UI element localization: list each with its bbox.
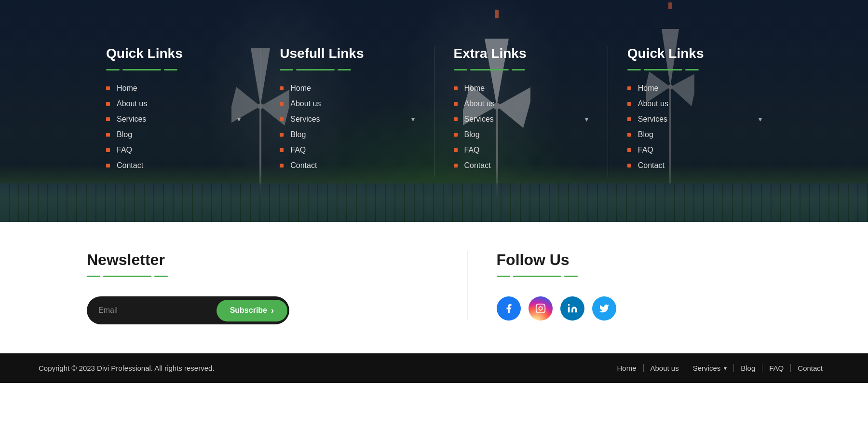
nav-link-home[interactable]: Home — [117, 84, 137, 93]
nav-link-contact[interactable]: Contact — [117, 161, 143, 170]
footer-nav-home[interactable]: Home — [610, 364, 643, 372]
col1-nav-list: Home About us Services ▾ Blog FAQ Contac… — [106, 84, 241, 170]
facebook-icon[interactable] — [497, 296, 521, 321]
list-item: Contact — [280, 161, 414, 170]
nav-link-faq[interactable]: FAQ — [290, 146, 306, 154]
subscribe-button[interactable]: Subscribe › — [217, 300, 287, 321]
footer-nav-about[interactable]: About us — [644, 364, 686, 372]
footer-col-quick-links-1: Quick Links Home About us Services ▾ Blo… — [87, 46, 260, 177]
nav-bullet — [454, 117, 458, 121]
list-item: About us — [106, 99, 241, 108]
nav-link-blog[interactable]: Blog — [117, 130, 132, 139]
list-item: Contact — [106, 161, 241, 170]
divider-short-2 — [685, 69, 699, 70]
nav-bullet — [106, 117, 110, 121]
email-input[interactable] — [87, 306, 215, 315]
col3-title: Extra Links — [454, 46, 588, 61]
list-item: Blog — [454, 130, 588, 139]
subscribe-form: Subscribe › — [87, 296, 289, 324]
nav-link-services[interactable]: Services — [117, 115, 146, 124]
footer-bar: Copyright © 2023 Divi Professional. All … — [0, 353, 868, 383]
list-item: FAQ — [627, 146, 762, 154]
nav-link-about[interactable]: About us — [638, 99, 668, 108]
list-item: Services ▾ — [106, 115, 241, 124]
divider-short-2 — [154, 276, 168, 277]
nav-bullet — [106, 164, 110, 168]
subscribe-label: Subscribe — [230, 306, 267, 315]
twitter-icon[interactable] — [592, 296, 616, 321]
list-item: FAQ — [106, 146, 241, 154]
list-item: Home — [454, 84, 588, 93]
col1-divider — [106, 69, 241, 70]
chevron-down-icon: ▾ — [585, 115, 588, 123]
col4-divider — [627, 69, 762, 70]
list-item: FAQ — [454, 146, 588, 154]
nav-bullet — [627, 148, 631, 152]
list-item: Contact — [454, 161, 588, 170]
nav-bullet — [627, 102, 631, 106]
nav-link-faq[interactable]: FAQ — [117, 146, 132, 154]
nav-link-services[interactable]: Services — [464, 115, 494, 124]
list-item: About us — [627, 99, 762, 108]
nav-link-blog[interactable]: Blog — [290, 130, 306, 139]
follow-us-section: Follow Us — [467, 251, 781, 321]
footer-nav-blog[interactable]: Blog — [734, 364, 762, 372]
divider-long — [296, 69, 335, 70]
list-item: About us — [454, 99, 588, 108]
divider-short-2 — [512, 69, 525, 70]
nav-bullet — [280, 148, 284, 152]
list-item: Services ▾ — [280, 115, 414, 124]
divider-short — [454, 69, 467, 70]
nav-link-faq[interactable]: FAQ — [638, 146, 653, 154]
nav-link-faq[interactable]: FAQ — [464, 146, 480, 154]
instagram-icon[interactable] — [529, 296, 553, 321]
nav-link-blog[interactable]: Blog — [638, 130, 653, 139]
nav-services-wrapper: Services ▾ — [117, 115, 241, 124]
nav-link-contact[interactable]: Contact — [638, 161, 665, 170]
nav-services-wrapper: Services ▾ — [638, 115, 762, 124]
nav-link-home[interactable]: Home — [464, 84, 485, 93]
list-item: Services ▾ — [627, 115, 762, 124]
divider-short — [627, 69, 641, 70]
col1-title: Quick Links — [106, 46, 241, 61]
chevron-down-icon: ▾ — [759, 115, 762, 123]
copyright-text: Copyright © 2023 Divi Professional. All … — [39, 364, 215, 372]
nav-services-wrapper: Services ▾ — [290, 115, 414, 124]
svg-point-20 — [568, 304, 570, 306]
footer-nav-contact[interactable]: Contact — [791, 364, 829, 372]
services-with-arrow-wrapper: Services ▾ — [693, 364, 727, 372]
nav-services-wrapper: Services ▾ — [464, 115, 588, 124]
nav-link-services[interactable]: Services — [290, 115, 320, 124]
footer-nav-faq[interactable]: FAQ — [762, 364, 791, 372]
divider-short — [106, 69, 120, 70]
list-item: About us — [280, 99, 414, 108]
list-item: FAQ — [280, 146, 414, 154]
nav-link-blog[interactable]: Blog — [464, 130, 480, 139]
nav-link-about[interactable]: About us — [464, 99, 495, 108]
nav-bullet — [280, 164, 284, 168]
nav-link-services[interactable]: Services — [638, 115, 667, 124]
nav-bullet — [454, 164, 458, 168]
nav-link-home[interactable]: Home — [638, 84, 659, 93]
footer-nav-services[interactable]: Services ▾ — [686, 364, 734, 372]
chevron-down-icon: ▾ — [237, 115, 241, 123]
follow-us-divider — [497, 276, 781, 277]
list-item: Blog — [280, 130, 414, 139]
nav-link-contact[interactable]: Contact — [464, 161, 491, 170]
nav-bullet — [106, 148, 110, 152]
nav-link-about[interactable]: About us — [290, 99, 321, 108]
chevron-down-icon: ▾ — [411, 115, 415, 123]
social-icons-container — [497, 296, 781, 321]
nav-bullet — [280, 133, 284, 137]
nav-bullet — [627, 86, 631, 90]
newsletter-divider — [87, 276, 429, 277]
linkedin-icon[interactable] — [560, 296, 584, 321]
nav-link-contact[interactable]: Contact — [290, 161, 317, 170]
middle-section: Newsletter Subscribe › Follow Us — [0, 222, 868, 353]
divider-long — [122, 69, 161, 70]
nav-link-home[interactable]: Home — [290, 84, 311, 93]
newsletter-section: Newsletter Subscribe › — [87, 251, 467, 324]
nav-bullet — [106, 133, 110, 137]
arrow-right-icon: › — [271, 306, 274, 316]
nav-link-about[interactable]: About us — [117, 99, 147, 108]
